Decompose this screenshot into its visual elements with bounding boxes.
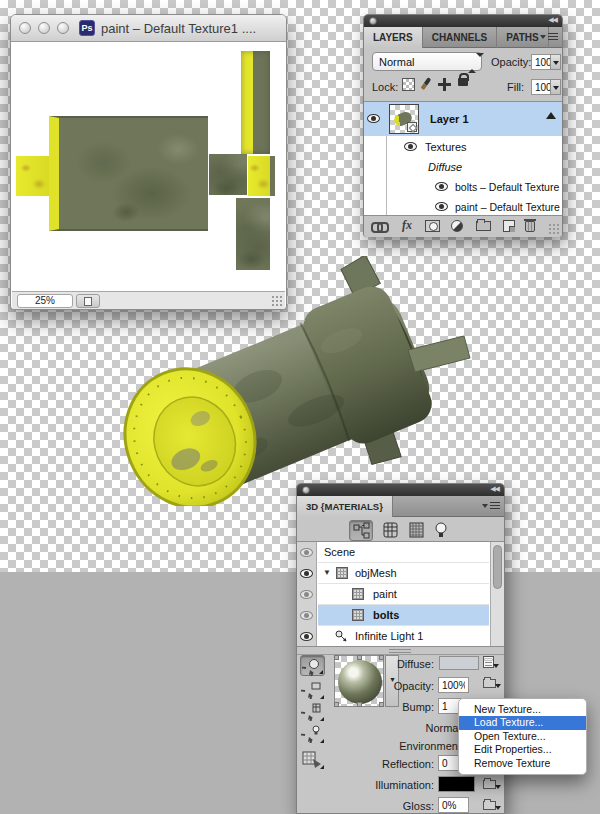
collapse-to-icons-icon[interactable]: ◀◀ (490, 485, 499, 493)
gloss-texture-folder-icon[interactable] (483, 798, 496, 810)
layers-tabbar: LAYERS CHANNELS PATHS (364, 27, 562, 48)
tree-scrollbar[interactable] (490, 542, 504, 646)
opacity-label: Opacity: (297, 680, 434, 692)
lock-all-padlock-icon[interactable] (458, 73, 468, 86)
opacity-dropdown-icon[interactable] (550, 54, 561, 70)
illumination-texture-folder-icon[interactable] (483, 777, 496, 789)
panel-close-icon[interactable] (369, 17, 377, 25)
disclosure-triangle-icon[interactable]: ▼ (323, 568, 331, 577)
visibility-eye-icon[interactable] (435, 202, 448, 211)
new-group-folder-icon[interactable] (476, 218, 491, 231)
zoom-level-field[interactable]: 25% (17, 294, 73, 308)
visibility-eye-icon[interactable] (300, 548, 313, 557)
add-layer-mask-icon[interactable] (425, 220, 440, 232)
uv-piece-top-strip (241, 51, 270, 154)
filter-meshes-icon[interactable] (379, 520, 403, 541)
opacity-texture-folder-icon[interactable] (483, 676, 496, 688)
delete-layer-trash-icon[interactable] (525, 219, 535, 232)
uv-piece-main (49, 116, 208, 231)
document-titlebar[interactable]: Ps paint – Default Texture1 .... (11, 15, 286, 42)
photoshop-doc-icon: Ps (79, 20, 95, 36)
layer-row-diffuse[interactable]: Diffuse (364, 157, 562, 177)
tab-layers[interactable]: LAYERS (364, 27, 423, 48)
menu-item-remove-texture[interactable]: Remove Texture (459, 757, 586, 770)
visibility-eye-icon[interactable] (404, 142, 417, 151)
filter-whole-scene-icon[interactable] (349, 520, 373, 541)
scene-row-paint-material[interactable]: paint (318, 584, 489, 605)
document-title: paint – Default Texture1 .... (101, 21, 256, 36)
scene-row-scene[interactable]: Scene (318, 542, 489, 563)
lock-position-move-icon[interactable] (438, 78, 451, 91)
menu-item-new-texture[interactable]: New Texture... (459, 703, 586, 716)
link-layers-icon[interactable] (371, 222, 385, 230)
illumination-color-swatch[interactable] (438, 776, 475, 792)
group-name: Textures (425, 141, 467, 153)
menu-item-edit-properties[interactable]: Edit Properties... (459, 743, 586, 756)
gloss-input[interactable] (438, 797, 469, 813)
page-icon (84, 297, 92, 306)
illumination-label: Illumination: (297, 779, 434, 791)
texture-layer-name: paint – Default Texture (455, 201, 560, 213)
minimize-button[interactable] (38, 22, 50, 34)
bump-label: Bump: (297, 701, 434, 713)
panel-header-bar[interactable]: ◀◀ (297, 484, 504, 496)
adjustment-layer-icon[interactable] (451, 220, 463, 232)
window-resize-grip[interactable] (271, 295, 283, 307)
panel-menu-icon[interactable] (482, 500, 500, 513)
lock-transparency-icon[interactable] (402, 78, 415, 91)
layer-row-layer1[interactable]: Layer 1 (364, 102, 562, 136)
scene-row-objmesh[interactable]: ▼ objMesh (318, 563, 489, 584)
visibility-eye-icon[interactable] (300, 569, 313, 578)
texture-canvas[interactable] (12, 43, 285, 291)
visibility-eye-icon[interactable] (300, 611, 313, 620)
3d-layer-badge-icon (407, 122, 417, 132)
panel-resize-grip[interactable] (548, 223, 560, 235)
normal-label: Normal: (297, 722, 464, 734)
menu-item-open-texture[interactable]: Open Texture... (459, 730, 586, 743)
mesh-icon (336, 567, 348, 579)
layer-row-paint-texture[interactable]: paint – Default Texture (364, 197, 562, 216)
visibility-eye-icon[interactable] (367, 114, 380, 123)
materials-tabbar: 3D {MATERIALS} (297, 496, 504, 517)
diffuse-color-swatch[interactable] (439, 656, 479, 670)
panel-close-icon[interactable] (302, 486, 310, 494)
tab-3d-materials[interactable]: 3D {MATERIALS} (297, 496, 393, 517)
new-layer-icon[interactable] (503, 220, 515, 232)
status-flyout-button[interactable] (76, 294, 100, 308)
environment-label: Environment: (297, 740, 464, 752)
scroll-up-arrow-icon[interactable] (546, 112, 556, 119)
diffuse-texture-icon[interactable] (483, 656, 494, 668)
lock-paint-brush-icon[interactable] (424, 77, 428, 90)
opacity-input[interactable] (438, 677, 469, 693)
layer-list: Layer 1 Textures Diffuse bolts – Default… (364, 101, 562, 216)
lock-label: Lock: (372, 81, 398, 93)
uv-piece-right-small (248, 156, 275, 196)
panel-splitter[interactable] (297, 647, 504, 655)
layer-row-bolts-texture[interactable]: bolts – Default Texture (364, 177, 562, 197)
layer1-thumbnail[interactable] (389, 104, 419, 134)
visibility-eye-icon[interactable] (435, 182, 448, 191)
document-statusbar: 25% (12, 291, 285, 309)
blend-mode-select[interactable]: Normal (372, 52, 482, 71)
panel-menu-icon[interactable] (540, 31, 558, 44)
filter-lights-icon[interactable] (430, 520, 454, 541)
uv-piece-left (16, 156, 49, 196)
layer-row-textures[interactable]: Textures (364, 136, 562, 157)
filter-materials-icon[interactable] (405, 520, 429, 541)
fill-dropdown-icon[interactable] (550, 79, 561, 95)
scene-row-bolts-material[interactable]: bolts (318, 605, 489, 626)
close-button[interactable] (19, 22, 31, 34)
layer-style-fx-icon[interactable]: fx (402, 218, 412, 233)
visibility-eye-icon[interactable] (300, 632, 313, 641)
collapse-to-icons-icon[interactable]: ◀◀ (548, 16, 557, 24)
menu-item-load-texture[interactable]: Load Texture... (459, 716, 586, 729)
blend-mode-value: Normal (379, 56, 414, 68)
zoom-button[interactable] (57, 22, 69, 34)
visibility-eye-icon[interactable] (300, 590, 313, 599)
texture-layer-name: bolts – Default Texture (455, 181, 559, 193)
section-name: Diffuse (428, 161, 462, 173)
scene-row-infinite-light[interactable]: Infinite Light 1 (318, 626, 489, 647)
tab-channels[interactable]: CHANNELS (423, 27, 498, 48)
panel-header-bar[interactable]: ◀◀ (364, 15, 562, 27)
infinite-light-icon (334, 629, 348, 643)
